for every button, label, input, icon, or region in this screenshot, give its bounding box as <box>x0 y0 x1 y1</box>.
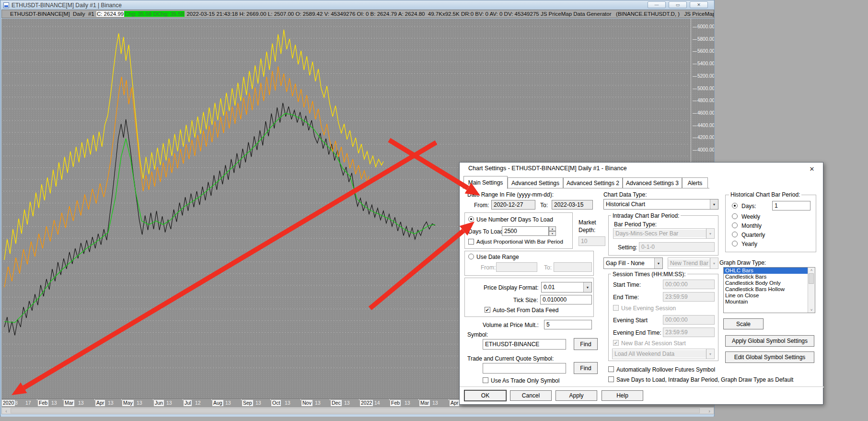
date-from-field[interactable]: 2020-12-27 <box>491 200 535 210</box>
edit-global-button[interactable]: Edit Global Symbol Settings <box>725 351 814 363</box>
autoset-checkbox[interactable]: ✔ <box>485 307 490 313</box>
chart-settings-dialog: Chart Settings - ETHUSDT-BINANCE[M] Dail… <box>459 162 823 405</box>
radio-quarterly[interactable] <box>732 232 738 237</box>
date-tick-label: 13 <box>51 400 57 406</box>
date-tick-mark <box>94 399 95 400</box>
tab-advanced-settings[interactable]: Advanced Settings <box>508 177 563 188</box>
list-item[interactable]: Mountain <box>724 299 808 305</box>
use-date-range-radio[interactable] <box>468 254 474 259</box>
adjust-proportional-checkbox[interactable] <box>468 239 474 245</box>
radio-yearly[interactable] <box>732 241 738 246</box>
cancel-button[interactable]: Cancel <box>510 390 552 401</box>
market-depth-field: 10 <box>579 236 605 246</box>
save-default-checkbox[interactable] <box>608 376 614 382</box>
trade-find-button[interactable]: Find <box>574 362 598 374</box>
date-tick-label: 13 <box>137 400 142 406</box>
list-scrollbar[interactable]: ˄ ˅ <box>808 268 815 313</box>
intraday-group-label: Intraday Chart Bar Period: <box>611 212 681 219</box>
market-depth-label-2: Depth: <box>579 227 595 234</box>
price-tick-label: 5000.00 <box>697 86 714 91</box>
help-button[interactable]: Help <box>602 390 643 401</box>
autoset-label: Auto-Set From Data Feed <box>493 307 558 314</box>
trade-symbol-field[interactable] <box>483 363 566 374</box>
price-display-format-select[interactable]: 0.01▼ <box>541 282 592 292</box>
graph-draw-type-list[interactable]: OHLC BarsCandlestick BarsCandlestick Bod… <box>723 267 815 313</box>
radio-monthly[interactable] <box>732 222 738 228</box>
days-to-load-stepper[interactable]: ▲▼ <box>549 226 556 236</box>
chart-info-bar: ETHUSDT-BINANCE[M] Daily #1 C: 2624.99 C… <box>1 10 714 18</box>
days-value-field[interactable]: 1 <box>772 201 810 210</box>
date-tick-label: 14 <box>374 400 380 406</box>
tab-advanced-settings-3[interactable]: Advanced Settings 3 <box>623 177 682 188</box>
radio-weekly[interactable] <box>732 213 738 219</box>
new-trend-bar-select: New Trend Bar V▼ <box>668 257 718 269</box>
start-time-label: Start Time: <box>613 281 641 288</box>
scale-button[interactable]: Scale <box>723 318 764 329</box>
tab-advanced-settings-2[interactable]: Advanced Settings 2 <box>563 177 623 188</box>
date-tick-mark <box>418 399 419 400</box>
date-tick-label: 13 <box>432 400 438 406</box>
use-number-of-days-radio[interactable] <box>468 216 474 222</box>
scroll-right-icon[interactable]: › <box>706 408 713 414</box>
date-tick-mark <box>449 399 449 400</box>
date-tick-label: Sep <box>242 400 253 406</box>
restore-button[interactable]: ▭ <box>669 1 687 8</box>
list-item[interactable]: Line on Close <box>724 292 808 299</box>
chart-data-type-label: Chart Data Type: <box>603 191 647 198</box>
tab-main-settings[interactable]: Main Settings <box>463 176 508 189</box>
list-item[interactable]: Candlestick Body Only <box>724 280 808 286</box>
list-scroll-thumb[interactable] <box>809 273 814 284</box>
scroll-left-icon[interactable]: ‹ <box>2 408 10 414</box>
apply-global-button[interactable]: Apply Global Symbol Settings <box>725 335 814 347</box>
date-tick-mark <box>270 399 271 400</box>
date-tick-label: Dec <box>331 400 342 406</box>
window-titlebar[interactable]: ETHUSDT-BINANCE[M] Daily #1 | Binance — … <box>1 0 714 10</box>
new-bar-session-checkbox: ✔ <box>613 340 619 346</box>
horizontal-scrollbar[interactable]: ‹ › <box>1 407 714 414</box>
date-tick-label: Jul <box>184 400 192 406</box>
tab-alerts[interactable]: Alerts <box>682 177 708 188</box>
chevron-down-icon[interactable]: ▼ <box>654 258 662 269</box>
tick-size-field[interactable]: 0.010000 <box>540 295 592 304</box>
date-tick-label: Aug <box>212 400 223 406</box>
days-radio[interactable] <box>732 203 738 209</box>
trade-only-checkbox[interactable] <box>483 377 488 383</box>
symbol-label: Symbol: <box>467 331 488 338</box>
price-tick-label: 5800.00 <box>697 36 714 42</box>
minimize-button[interactable]: — <box>648 1 666 8</box>
dialog-close-icon[interactable]: ✕ <box>808 164 816 173</box>
chevron-down-icon[interactable]: ▼ <box>710 199 718 209</box>
price-tick-label: 6000.00 <box>697 24 714 29</box>
list-item[interactable]: Candlestick Bars <box>724 274 808 280</box>
scrollbar-thumb[interactable] <box>11 408 700 413</box>
dialog-separator <box>460 386 824 387</box>
price-ohlc-black-line <box>4 103 435 336</box>
days-to-load-field[interactable]: 2500 <box>502 226 549 236</box>
use-number-of-days-label: Use Number Of Days To Load <box>476 216 553 223</box>
symbol-field[interactable]: ETHUSDT-BINANCE <box>483 339 566 350</box>
date-tick-label: 13 <box>108 400 114 406</box>
days-radio-label: Days: <box>741 203 756 210</box>
date-tick-label: 2020 <box>2 400 15 406</box>
symbol-find-button[interactable]: Find <box>574 338 598 350</box>
date-tick-label: Jun <box>154 400 164 406</box>
list-item[interactable]: OHLC Bars <box>724 268 808 274</box>
chevron-down-icon[interactable]: ▼ <box>583 282 591 292</box>
price-tick-dash <box>693 51 697 52</box>
gap-fill-select[interactable]: Gap Fill - None▼ <box>603 257 663 269</box>
date-tick-label: 13 <box>315 400 321 406</box>
market-depth-label-1: Market <box>579 219 596 226</box>
scroll-up-icon[interactable]: ˄ <box>810 268 813 272</box>
chevron-down-icon: ▼ <box>706 229 714 238</box>
rollover-checkbox[interactable] <box>608 366 614 372</box>
list-item[interactable]: Candlestick Bars Hollow <box>724 286 808 292</box>
scroll-down-icon[interactable]: ˅ <box>810 308 813 312</box>
close-button[interactable]: ✕ <box>690 1 708 8</box>
volume-mult-field[interactable]: 5 <box>544 320 592 329</box>
days-to-load-label: Days To Load: <box>468 228 505 235</box>
ok-button[interactable]: OK <box>464 390 506 401</box>
from-label: From: <box>474 202 489 209</box>
apply-button[interactable]: Apply <box>556 390 597 401</box>
date-to-field[interactable]: 2022-03-15 <box>552 200 593 210</box>
chart-data-type-select[interactable]: Historical Chart▼ <box>603 199 718 210</box>
